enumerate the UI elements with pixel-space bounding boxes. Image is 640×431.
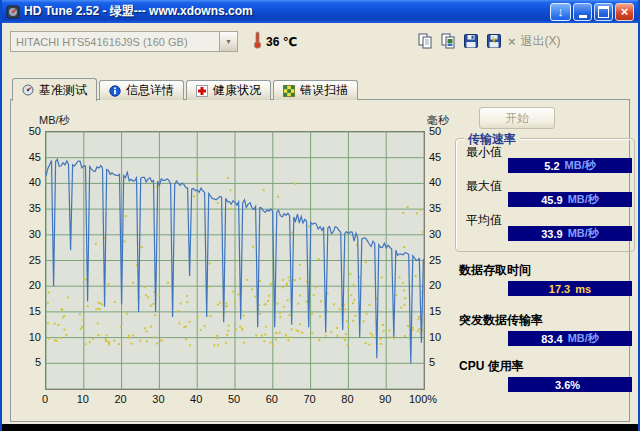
info-icon (109, 85, 121, 97)
access-time-value: 17.3 (549, 283, 570, 295)
x-axis-tick: 30 (141, 393, 175, 405)
y-axis-tick-right: 25 (429, 254, 453, 266)
x-axis-tick: 20 (104, 393, 138, 405)
y-axis-tick-left: 15 (17, 305, 41, 317)
y-axis-tick-right: 35 (429, 202, 453, 214)
min-value: 5.2 (544, 160, 559, 172)
x-axis-tick: 90 (368, 393, 402, 405)
min-value-unit: MB/秒 (565, 158, 596, 173)
access-time-badge: 17.3 ms (508, 281, 632, 296)
save-image-button[interactable] (483, 30, 504, 52)
x-axis-tick: 60 (255, 393, 289, 405)
copy-text-button[interactable] (414, 30, 435, 52)
error-scan-grid-icon (283, 85, 295, 97)
y-axis-tick-right: 20 (429, 279, 453, 291)
tab-health[interactable]: 健康状况 (186, 80, 271, 100)
x-axis-tick: 40 (179, 393, 213, 405)
y-axis-tick-right: 30 (429, 228, 453, 240)
minimize-button[interactable] (573, 3, 592, 21)
y-axis-tick-right: 15 (429, 305, 453, 317)
drive-select[interactable]: HITACHI HTS541616J9S (160 GB) ▼ (10, 31, 238, 52)
cpu-usage-badge: 3.6% (508, 377, 632, 392)
tab-health-label: 健康状况 (213, 82, 261, 99)
y-axis-tick-right: 10 (429, 331, 453, 343)
close-x-icon: × (621, 5, 629, 18)
y-axis-tick-left: 40 (17, 176, 41, 188)
y-axis-tick-right: 45 (429, 151, 453, 163)
burst-rate-badge: 83.4 MB/秒 (508, 331, 632, 346)
x-axis-tick: 80 (330, 393, 364, 405)
max-value-label: 最大值 (466, 178, 502, 195)
start-button[interactable]: 开始 (479, 107, 555, 129)
burst-rate-label: 突发数据传输率 (459, 312, 543, 329)
tab-bar: 基准测试 信息详情 健康状况 错误扫描 (12, 78, 360, 100)
y-axis-tick-left: 20 (17, 279, 41, 291)
x-axis-tick: 10 (66, 393, 100, 405)
window-title: HD Tune 2.52 - 绿盟--- www.xdowns.com (24, 3, 253, 20)
avg-value-badge: 33.9 MB/秒 (508, 226, 632, 241)
exit-button[interactable]: × 退出(X) (508, 33, 561, 50)
temperature-label: 36 ℃ (266, 35, 297, 49)
copy-text-icon (417, 33, 433, 49)
y-axis-tick-right: 40 (429, 176, 453, 188)
access-time-label: 数据存取时间 (459, 262, 531, 279)
window-controls: ↓ × (550, 3, 634, 21)
y-axis-tick-right: 5 (429, 356, 453, 368)
y-axis-left-label: MB/秒 (39, 113, 70, 128)
max-value-unit: MB/秒 (568, 192, 599, 207)
tab-error-scan-label: 错误扫描 (300, 82, 348, 99)
maximize-button[interactable] (594, 3, 613, 21)
x-axis-tick: 100% (406, 393, 440, 405)
health-cross-icon (196, 85, 208, 97)
y-axis-tick-left: 5 (17, 356, 41, 368)
tab-benchmark-label: 基准测试 (39, 82, 87, 99)
save-button[interactable] (460, 30, 481, 52)
gauge-icon (22, 84, 34, 96)
avg-value-unit: MB/秒 (568, 226, 599, 241)
copy-image-button[interactable] (437, 30, 458, 52)
minimize-icon (579, 15, 587, 18)
thermometer-icon (252, 31, 263, 53)
drive-select-value: HITACHI HTS541616J9S (160 GB) (11, 36, 219, 48)
hd-tune-window: HD Tune 2.52 - 绿盟--- www.xdowns.com ↓ × … (0, 0, 640, 431)
exit-x-icon: × (508, 35, 516, 48)
download-arrow-icon: ↓ (557, 4, 564, 19)
save-image-icon (486, 33, 502, 49)
close-button[interactable]: × (615, 3, 634, 21)
avg-value-label: 平均值 (466, 212, 502, 229)
exit-label: 退出(X) (521, 33, 561, 50)
y-axis-tick-left: 30 (17, 228, 41, 240)
tab-info[interactable]: 信息详情 (99, 80, 184, 100)
window-bottom-edge (0, 424, 640, 431)
access-time-unit: ms (575, 283, 591, 295)
avg-value: 33.9 (541, 228, 562, 240)
y-axis-tick-left: 10 (17, 331, 41, 343)
cpu-usage-value: 3.6% (555, 379, 580, 391)
content-panel: MB/秒 毫秒 开始 传输速率 最小值 5.2 MB/秒 最大值 45.9 MB… (10, 99, 630, 422)
burst-rate-unit: MB/秒 (568, 331, 599, 346)
chevron-down-icon[interactable]: ▼ (219, 32, 237, 51)
download-button[interactable]: ↓ (550, 3, 571, 21)
titlebar[interactable]: HD Tune 2.52 - 绿盟--- www.xdowns.com ↓ × (2, 0, 638, 23)
app-icon (6, 5, 20, 19)
toolbar-icons (414, 30, 504, 52)
min-value-label: 最小值 (466, 144, 502, 161)
tab-benchmark[interactable]: 基准测试 (12, 78, 97, 101)
copy-image-icon (440, 33, 456, 49)
max-value: 45.9 (541, 194, 562, 206)
y-axis-tick-left: 50 (17, 125, 41, 137)
x-axis-tick: 70 (293, 393, 327, 405)
x-axis-tick: 50 (217, 393, 251, 405)
tab-error-scan[interactable]: 错误扫描 (273, 80, 358, 100)
toolbar: HITACHI HTS541616J9S (160 GB) ▼ 36 ℃ × 退… (2, 23, 638, 59)
transfer-rate-group: 传输速率 最小值 5.2 MB/秒 最大值 45.9 MB/秒 平均值 33.9… (455, 138, 635, 252)
cpu-usage-label: CPU 使用率 (459, 358, 524, 375)
y-axis-tick-left: 35 (17, 202, 41, 214)
save-icon (463, 33, 479, 49)
y-axis-tick-right: 50 (429, 125, 453, 137)
y-axis-tick-left: 25 (17, 254, 41, 266)
maximize-icon (598, 6, 609, 18)
x-axis-tick: 0 (28, 393, 62, 405)
tab-info-label: 信息详情 (126, 82, 174, 99)
burst-rate-value: 83.4 (541, 333, 562, 345)
